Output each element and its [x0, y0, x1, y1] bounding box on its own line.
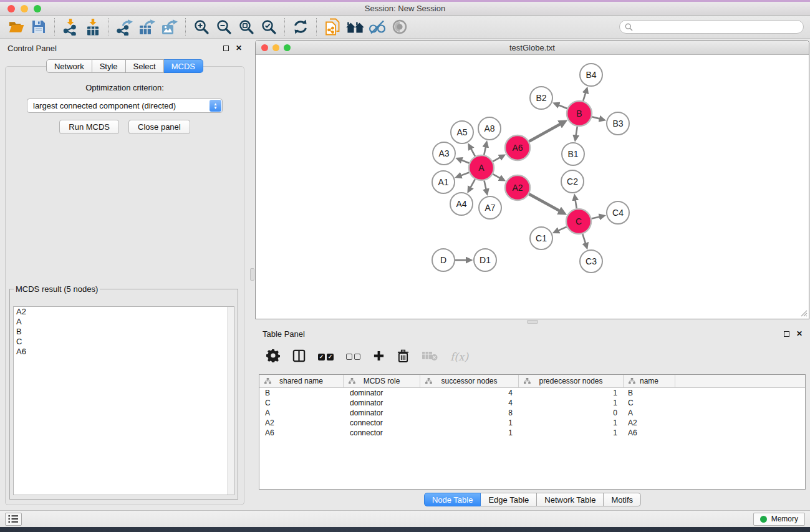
- zoom-window-button[interactable]: [34, 5, 41, 12]
- float-panel-icon[interactable]: [223, 46, 229, 51]
- delete-column-button[interactable]: [397, 349, 409, 365]
- task-history-button[interactable]: [5, 513, 22, 526]
- table-row[interactable]: Cdominator41C: [259, 398, 805, 408]
- tab-style[interactable]: Style: [92, 59, 126, 73]
- new-network-from-selection-button[interactable]: [321, 17, 344, 37]
- cell: A2: [624, 418, 675, 427]
- cell: A: [624, 409, 675, 417]
- edge-B-B3[interactable]: [592, 117, 600, 118]
- save-session-button[interactable]: [27, 17, 50, 37]
- close-panel-icon[interactable]: ✕: [236, 45, 242, 51]
- edge-B-B1[interactable]: [576, 127, 577, 136]
- memory-label: Memory: [771, 515, 798, 523]
- deselect-all-columns-button[interactable]: [346, 354, 360, 360]
- horizontal-splitter[interactable]: [255, 319, 810, 324]
- application-window: Session: New Session: [0, 0, 810, 532]
- network-window-titlebar[interactable]: testGlobe.txt: [256, 41, 809, 55]
- export-table-icon: [138, 19, 156, 36]
- result-item[interactable]: A6: [14, 347, 234, 357]
- export-table-button[interactable]: [136, 17, 158, 37]
- tab-mcds[interactable]: MCDS: [164, 59, 203, 73]
- edge-A-A7[interactable]: [484, 181, 486, 190]
- optimization-criterion-select[interactable]: largest connected component (directed) ▲…: [27, 99, 223, 113]
- edge-B-B4[interactable]: [583, 92, 586, 101]
- edge-A2-C[interactable]: [529, 194, 559, 211]
- table-row[interactable]: Bdominator41B: [259, 388, 805, 398]
- select-all-columns-button[interactable]: ✓ ✓: [318, 354, 334, 360]
- export-image-button[interactable]: [158, 17, 181, 37]
- vertical-splitter[interactable]: [249, 39, 255, 510]
- edge-A-A8[interactable]: [484, 147, 486, 155]
- table-settings-button[interactable]: [266, 349, 280, 365]
- result-item[interactable]: A: [14, 317, 234, 327]
- apply-layout-button[interactable]: [289, 17, 312, 37]
- toolbar-separator: [284, 18, 285, 36]
- table-row[interactable]: Adominator80A: [259, 408, 805, 418]
- hide-selected-button[interactable]: [366, 17, 388, 37]
- show-all-button[interactable]: [388, 17, 411, 37]
- result-item[interactable]: B: [14, 327, 234, 337]
- tab-motifs[interactable]: Motifs: [604, 493, 641, 506]
- edge-A-A5[interactable]: [471, 148, 475, 157]
- create-column-button[interactable]: [373, 350, 385, 364]
- edge-B-B2[interactable]: [558, 105, 567, 109]
- network-canvas[interactable]: AA1A2A3A4A5A6A7A8BB1B2B3B4CC1C2C3C4DD1: [256, 55, 809, 318]
- refresh-layout-icon: [292, 19, 309, 34]
- edge-C-C4[interactable]: [591, 216, 600, 218]
- column-header-shared-name[interactable]: shared name: [259, 375, 344, 387]
- edge-A-A3[interactable]: [461, 160, 470, 163]
- table-row[interactable]: A2connector11A2: [259, 418, 805, 428]
- open-session-button[interactable]: [5, 17, 27, 37]
- export-network-button[interactable]: [113, 17, 136, 37]
- show-columns-button[interactable]: [292, 349, 306, 365]
- import-table-button[interactable]: [82, 17, 104, 37]
- splitter-handle[interactable]: [527, 320, 538, 324]
- tab-network[interactable]: Network: [46, 59, 92, 73]
- resize-grip-icon[interactable]: [799, 309, 808, 317]
- first-neighbors-button[interactable]: [344, 17, 366, 37]
- tab-select[interactable]: Select: [126, 59, 164, 73]
- edge-A6-B[interactable]: [529, 124, 560, 142]
- edge-C-C2[interactable]: [576, 200, 577, 208]
- edge-A-A6[interactable]: [493, 157, 500, 162]
- edge-C-C3[interactable]: [582, 234, 586, 244]
- minimize-window-button[interactable]: [21, 5, 28, 12]
- tab-edge-table[interactable]: Edge Table: [481, 493, 537, 506]
- tab-network-table[interactable]: Network Table: [537, 493, 604, 506]
- close-window-button[interactable]: [7, 5, 15, 12]
- table-row[interactable]: A6connector11A6: [259, 428, 805, 438]
- unchecked-box-icon: [354, 354, 360, 360]
- search-input[interactable]: [636, 22, 798, 31]
- zoom-out-button[interactable]: [213, 17, 235, 37]
- close-panel-button[interactable]: Close panel: [128, 120, 190, 134]
- open-folder-icon: [8, 19, 25, 34]
- cell: A: [259, 409, 344, 417]
- run-mcds-button[interactable]: Run MCDS: [59, 120, 119, 134]
- zoom-in-button[interactable]: [190, 17, 213, 37]
- select-stepper-icon: ▲▼: [210, 100, 221, 112]
- zoom-fit-button[interactable]: [235, 17, 258, 37]
- zoom-selected-button[interactable]: [258, 17, 280, 37]
- search-field[interactable]: [619, 20, 804, 34]
- node-table[interactable]: shared nameMCDS rolesuccessor nodesprede…: [259, 374, 806, 490]
- edge-A-A1[interactable]: [461, 172, 470, 175]
- import-network-button[interactable]: [59, 17, 82, 37]
- column-header-successor-nodes[interactable]: successor nodes: [420, 375, 519, 387]
- memory-button[interactable]: Memory: [753, 513, 805, 526]
- cell: B: [259, 389, 344, 397]
- column-header-MCDS-role[interactable]: MCDS role: [344, 375, 420, 387]
- splitter-handle[interactable]: [250, 268, 254, 281]
- edge-A-A2[interactable]: [493, 174, 500, 178]
- edge-C-C1[interactable]: [558, 227, 567, 231]
- column-header-predecessor-nodes[interactable]: predecessor nodes: [519, 375, 624, 387]
- column-header-name[interactable]: name: [624, 375, 675, 387]
- float-panel-icon[interactable]: [784, 331, 789, 337]
- close-panel-icon[interactable]: ✕: [796, 331, 803, 337]
- node-label-B3: B3: [612, 118, 623, 128]
- result-scrollbar[interactable]: [227, 307, 234, 495]
- mcds-result-list[interactable]: A2ABCA6: [13, 306, 234, 495]
- result-item[interactable]: C: [14, 337, 234, 347]
- tab-node-table[interactable]: Node Table: [424, 493, 481, 506]
- edge-A-A4[interactable]: [470, 179, 475, 188]
- result-item[interactable]: A2: [14, 307, 234, 317]
